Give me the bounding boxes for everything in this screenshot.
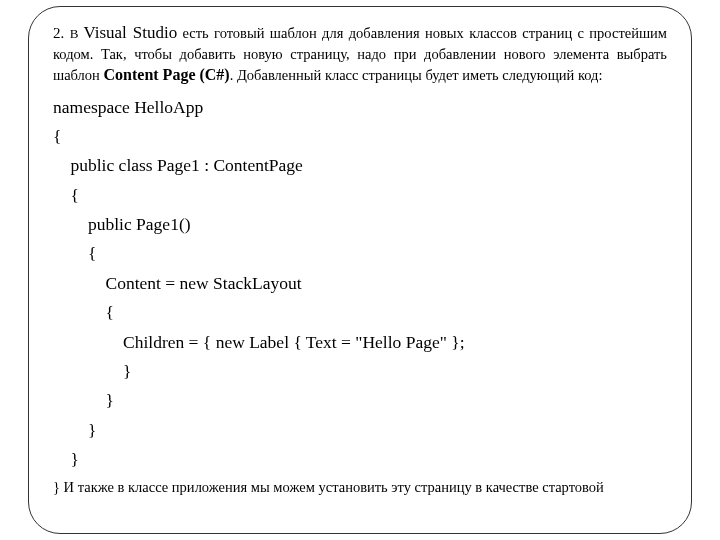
code-line: Children = { new Label { Text = "Hello P… bbox=[53, 328, 667, 357]
code-line: } bbox=[53, 386, 667, 415]
code-line: public Page1() bbox=[53, 210, 667, 239]
visual-studio-name: Visual Studio bbox=[83, 23, 177, 42]
code-line: { bbox=[53, 122, 667, 151]
intro-v: В bbox=[70, 26, 84, 41]
document-frame: 2. В Visual Studio есть готовый шаблон д… bbox=[28, 6, 692, 534]
code-line: { bbox=[53, 239, 667, 268]
code-line: } bbox=[53, 416, 667, 445]
code-line: } bbox=[53, 445, 667, 474]
code-line: namespace HelloApp bbox=[53, 93, 667, 122]
item-number: 2. bbox=[53, 25, 70, 41]
code-block: namespace HelloApp { public class Page1 … bbox=[53, 93, 667, 475]
code-line: { bbox=[53, 181, 667, 210]
code-line: } bbox=[53, 357, 667, 386]
outro-paragraph: } И также в классе приложения мы можем у… bbox=[53, 477, 667, 497]
code-line: { bbox=[53, 298, 667, 327]
code-line: Content = new StackLayout bbox=[53, 269, 667, 298]
intro-text-2: . Добавленный класс страницы будет иметь… bbox=[230, 67, 603, 83]
intro-paragraph: 2. В Visual Studio есть готовый шаблон д… bbox=[53, 21, 667, 87]
code-line: public class Page1 : ContentPage bbox=[53, 151, 667, 180]
template-name: Content Page (C#) bbox=[104, 66, 230, 83]
